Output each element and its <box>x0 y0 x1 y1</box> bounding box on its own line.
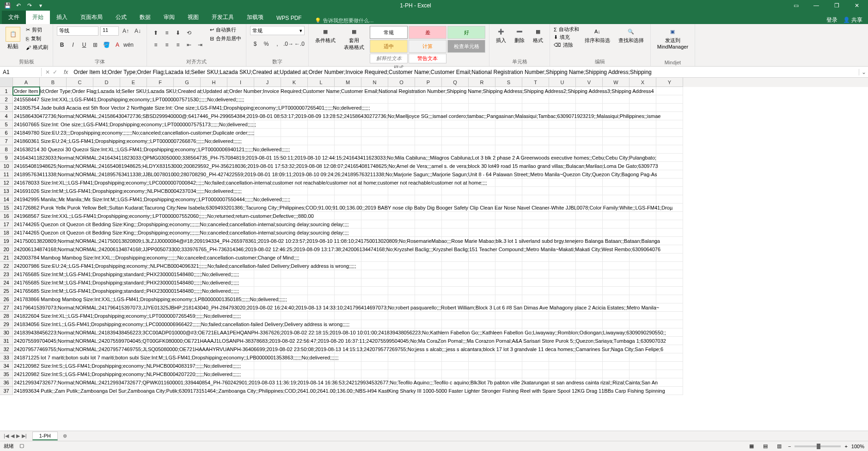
cell[interactable] <box>630 145 656 154</box>
cell[interactable] <box>254 137 281 145</box>
cell[interactable] <box>174 262 201 270</box>
cell[interactable] <box>576 337 603 345</box>
cell[interactable] <box>630 328 656 337</box>
column-header[interactable]: S <box>495 78 522 87</box>
cell[interactable] <box>67 229 93 237</box>
number-format-select[interactable]: 常规▾ <box>250 26 305 35</box>
cell[interactable] <box>67 337 93 345</box>
cell[interactable] <box>335 353 361 362</box>
cell[interactable] <box>361 212 388 220</box>
cell[interactable] <box>549 129 576 137</box>
cell[interactable] <box>549 170 576 179</box>
cell[interactable] <box>549 154 576 162</box>
cell[interactable] <box>147 378 174 387</box>
cell[interactable] <box>495 312 522 320</box>
cell[interactable] <box>201 270 227 278</box>
cell[interactable] <box>415 145 442 154</box>
cell[interactable] <box>415 287 442 295</box>
cell[interactable] <box>174 345 201 353</box>
row-header[interactable]: 22 <box>0 262 13 270</box>
cell[interactable] <box>656 237 683 245</box>
cell[interactable] <box>147 362 174 370</box>
cell[interactable] <box>201 262 227 270</box>
cell[interactable] <box>174 95 201 104</box>
cell[interactable] <box>308 253 335 262</box>
column-header[interactable]: G <box>174 78 201 87</box>
font-size-select[interactable]: 11 <box>100 26 119 36</box>
cell[interactable] <box>335 220 361 229</box>
cell[interactable] <box>469 245 495 253</box>
row-header[interactable]: 25 <box>0 287 13 295</box>
cell[interactable] <box>93 120 120 129</box>
cell[interactable] <box>254 370 281 378</box>
cell[interactable] <box>227 137 254 145</box>
cell[interactable] <box>147 112 174 120</box>
cell[interactable] <box>254 204 281 212</box>
cell[interactable] <box>40 303 67 312</box>
cell[interactable] <box>120 245 147 253</box>
row-header[interactable]: 23 <box>0 270 13 278</box>
cell[interactable] <box>93 245 120 253</box>
cell[interactable] <box>13 129 40 137</box>
cell[interactable] <box>120 362 147 370</box>
cell[interactable] <box>201 120 227 129</box>
cell[interactable] <box>281 262 308 270</box>
cell[interactable] <box>630 162 656 170</box>
cell[interactable] <box>227 362 254 370</box>
cell[interactable] <box>120 387 147 395</box>
cell[interactable] <box>442 370 469 378</box>
cell[interactable] <box>630 303 656 312</box>
cell[interactable] <box>495 220 522 229</box>
cell[interactable] <box>442 187 469 195</box>
cell[interactable] <box>120 112 147 120</box>
cell[interactable] <box>469 320 495 328</box>
cell[interactable] <box>40 278 67 287</box>
cell[interactable] <box>40 104 67 112</box>
cell[interactable] <box>227 187 254 195</box>
cell[interactable] <box>335 378 361 387</box>
view-pagebreak-icon[interactable]: ▥ <box>774 442 784 451</box>
cell[interactable] <box>120 212 147 220</box>
cell[interactable] <box>522 104 549 112</box>
cell[interactable] <box>335 262 361 270</box>
cell[interactable] <box>40 312 67 320</box>
cell[interactable] <box>549 245 576 253</box>
cell[interactable] <box>281 378 308 387</box>
cell[interactable] <box>93 378 120 387</box>
cell[interactable] <box>227 179 254 187</box>
font-name-select[interactable]: 等线 <box>57 26 98 36</box>
cell[interactable] <box>469 253 495 262</box>
cell[interactable] <box>522 303 549 312</box>
cell[interactable] <box>415 187 442 195</box>
align-left-icon[interactable]: ≡ <box>151 40 161 50</box>
cell[interactable] <box>603 112 630 120</box>
cell[interactable] <box>281 278 308 287</box>
cell[interactable] <box>120 104 147 112</box>
cell[interactable] <box>120 145 147 154</box>
minimize-icon[interactable]: — <box>807 0 825 11</box>
cell[interactable] <box>495 229 522 237</box>
cell[interactable] <box>227 337 254 345</box>
cell[interactable] <box>361 312 388 320</box>
cell[interactable] <box>469 362 495 370</box>
column-header[interactable]: K <box>281 78 308 87</box>
cell[interactable] <box>388 187 415 195</box>
cell[interactable] <box>67 312 93 320</box>
cell[interactable] <box>630 237 656 245</box>
cell[interactable] <box>522 154 549 162</box>
share-button[interactable]: 👤 共享 <box>843 16 862 24</box>
cell[interactable] <box>227 154 254 162</box>
cell[interactable] <box>227 204 254 212</box>
cell[interactable] <box>120 295 147 303</box>
cell[interactable] <box>308 295 335 303</box>
cell[interactable] <box>201 362 227 370</box>
cell[interactable] <box>335 120 361 129</box>
cell[interactable] <box>40 378 67 387</box>
cell[interactable] <box>93 220 120 229</box>
restore-icon[interactable]: ❐ <box>827 0 846 11</box>
cell[interactable] <box>147 170 174 179</box>
cell[interactable] <box>40 187 67 195</box>
cell[interactable] <box>201 154 227 162</box>
add-sheet-button[interactable]: ⊕ <box>61 433 70 439</box>
save-icon[interactable]: 💾 <box>4 2 11 9</box>
